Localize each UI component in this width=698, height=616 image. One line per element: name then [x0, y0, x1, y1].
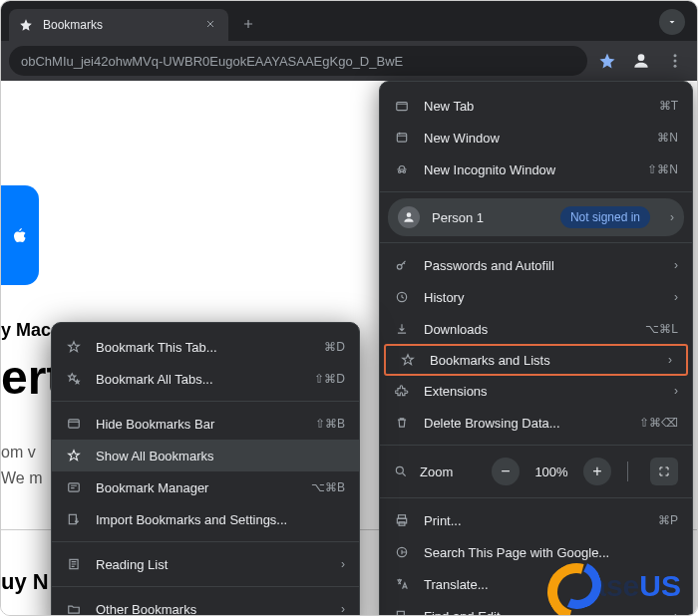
divider	[380, 497, 692, 498]
kebab-menu-button[interactable]	[661, 47, 689, 75]
key-icon	[394, 258, 410, 272]
chevron-right-icon: ›	[668, 353, 672, 367]
svg-point-11	[396, 466, 403, 473]
menu-new-tab[interactable]: New Tab ⌘T	[380, 90, 692, 122]
trash-icon	[394, 416, 410, 430]
watermark-logo: aseUS	[547, 565, 681, 607]
chevron-right-icon: ›	[670, 210, 674, 224]
menu-delete-data[interactable]: Delete Browsing Data... ⇧⌘⌫	[380, 407, 692, 439]
divider	[627, 462, 628, 481]
star-plus-icon	[66, 340, 82, 354]
address-bar: obChMIu_jei42ohwMVq-UWBR0EugokEAAYASAAEg…	[1, 41, 697, 81]
svg-rect-16	[397, 611, 404, 616]
tab-icon	[394, 99, 410, 113]
submenu-bookmark-manager[interactable]: Bookmark Manager ⌥⌘B	[52, 471, 359, 503]
chevron-right-icon: ›	[341, 557, 345, 571]
chevron-right-icon: ›	[674, 609, 678, 616]
profile-button[interactable]	[627, 47, 655, 75]
submenu-import-bookmarks[interactable]: Import Bookmarks and Settings...	[52, 503, 359, 535]
close-tab-icon[interactable]	[204, 18, 218, 32]
zoom-row: Zoom − 100% +	[380, 452, 692, 491]
svg-rect-5	[397, 134, 406, 142]
menu-print[interactable]: Print... ⌘P	[380, 504, 692, 536]
svg-point-2	[674, 60, 677, 63]
page-buy-frag: uy N	[1, 569, 49, 595]
bookmarks-bar-icon	[66, 417, 82, 431]
bookmarks-submenu: Bookmark This Tab... ⌘D Bookmark All Tab…	[51, 322, 360, 616]
import-icon	[66, 512, 82, 526]
incognito-icon	[394, 162, 410, 176]
browser-tab[interactable]: Bookmarks	[9, 9, 228, 41]
star-icon	[400, 353, 416, 367]
svg-rect-19	[69, 420, 80, 428]
svg-point-0	[638, 54, 645, 61]
divider	[52, 541, 359, 542]
menu-downloads[interactable]: Downloads ⌥⌘L	[380, 313, 692, 345]
new-tab-button[interactable]	[236, 12, 260, 36]
bookmark-star-button[interactable]	[593, 47, 621, 75]
chevron-right-icon: ›	[674, 258, 678, 272]
puzzle-icon	[394, 384, 410, 398]
divider	[380, 191, 692, 192]
main-menu: New Tab ⌘T New Window ⌘N New Incognito W…	[379, 81, 693, 616]
find-icon	[394, 609, 410, 616]
svg-point-9	[397, 264, 402, 269]
submenu-other-bookmarks[interactable]: Other Bookmarks ›	[52, 593, 359, 616]
avatar-icon	[398, 206, 420, 228]
manager-icon	[66, 480, 82, 494]
signin-badge: Not signed in	[560, 206, 650, 228]
page-sub-frag: om v We m	[1, 440, 42, 490]
window-expand-button[interactable]	[659, 9, 685, 35]
svg-point-1	[674, 54, 677, 57]
divider	[380, 242, 692, 243]
zoom-out-button[interactable]: −	[492, 458, 520, 485]
svg-point-7	[403, 170, 405, 172]
profile-row[interactable]: Person 1 Not signed in ›	[388, 198, 684, 236]
reading-list-icon	[66, 557, 82, 571]
zoom-in-button[interactable]: +	[583, 458, 611, 485]
fullscreen-button[interactable]	[650, 458, 678, 485]
chevron-right-icon: ›	[341, 602, 345, 616]
submenu-hide-bookmarks-bar[interactable]: Hide Bookmarks Bar ⇧⌘B	[52, 408, 359, 440]
zoom-value: 100%	[531, 464, 571, 479]
apple-logo-icon	[1, 185, 39, 285]
download-icon	[394, 322, 410, 336]
stars-icon	[66, 372, 82, 386]
star-icon	[66, 449, 82, 462]
svg-point-3	[674, 65, 677, 68]
svg-point-6	[399, 170, 401, 172]
menu-new-window[interactable]: New Window ⌘N	[380, 122, 692, 154]
google-icon	[394, 545, 410, 559]
menu-extensions[interactable]: Extensions ›	[380, 375, 692, 407]
menu-incognito[interactable]: New Incognito Window ⇧⌘N	[380, 154, 692, 185]
chevron-right-icon: ›	[674, 290, 678, 304]
chevron-right-icon: ›	[674, 384, 678, 398]
divider	[52, 586, 359, 587]
history-icon	[394, 290, 410, 304]
submenu-bookmark-this-tab[interactable]: Bookmark This Tab... ⌘D	[52, 331, 359, 363]
bookmark-star-icon	[19, 18, 33, 32]
print-icon	[394, 513, 410, 527]
tab-strip: Bookmarks	[1, 1, 697, 41]
window-icon	[394, 131, 410, 145]
url-text: obChMIu_jei42ohwMVq-UWBR0EugokEAAYASAAEg…	[21, 54, 403, 69]
divider	[380, 445, 692, 446]
submenu-reading-list[interactable]: Reading List ›	[52, 548, 359, 580]
translate-icon	[394, 577, 410, 591]
url-field[interactable]: obChMIu_jei42ohwMVq-UWBR0EugokEAAYASAAEg…	[9, 46, 587, 76]
easeus-swirl-icon	[547, 565, 593, 607]
menu-search-page[interactable]: Search This Page with Google...	[380, 536, 692, 568]
tab-title: Bookmarks	[43, 18, 194, 32]
svg-point-8	[407, 212, 412, 217]
submenu-show-all-bookmarks[interactable]: Show All Bookmarks	[52, 440, 359, 471]
page-heading-frag: y Mac	[1, 320, 51, 341]
menu-history[interactable]: History ›	[380, 281, 692, 313]
svg-rect-21	[69, 514, 76, 523]
folder-icon	[66, 602, 82, 616]
menu-passwords[interactable]: Passwords and Autofill ›	[380, 249, 692, 281]
menu-bookmarks-lists[interactable]: Bookmarks and Lists ›	[384, 344, 688, 376]
divider	[52, 401, 359, 402]
zoom-icon	[394, 464, 408, 478]
submenu-bookmark-all-tabs[interactable]: Bookmark All Tabs... ⇧⌘D	[52, 363, 359, 395]
